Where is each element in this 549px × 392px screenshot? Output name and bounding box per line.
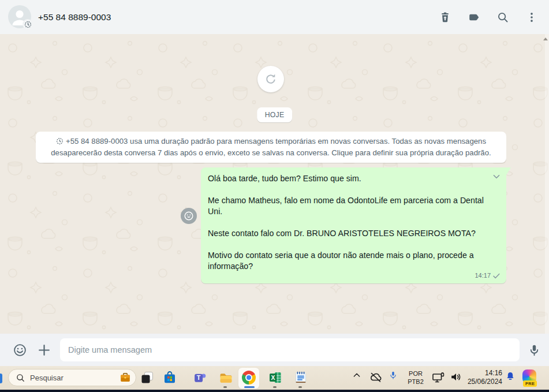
screen-bottom-edge: [0, 390, 549, 392]
message-meta: 14:17: [475, 270, 501, 281]
message-input[interactable]: [60, 338, 520, 361]
taskbar-app-excel[interactable]: X: [268, 370, 283, 385]
disappearing-messages-notice[interactable]: +55 84 8889-0003 usa uma duração padrão …: [36, 132, 506, 163]
display-connect-icon[interactable]: [431, 371, 446, 384]
search-icon: [16, 373, 25, 383]
svg-text:T: T: [196, 374, 200, 381]
copilot-preview-badge: PRE: [523, 380, 537, 387]
message-paragraph: Motivo do contato seria que a doutor não…: [208, 250, 499, 272]
taskbar-app-chrome[interactable]: [241, 370, 256, 385]
taskbar-app-task-view[interactable]: [140, 370, 155, 385]
sync-older-messages-button[interactable]: [257, 66, 284, 92]
mic-icon[interactable]: [526, 342, 541, 357]
task-view-icon: [140, 371, 154, 384]
sent-check-icon: [492, 273, 501, 279]
delete-icon[interactable]: [438, 10, 452, 24]
windows-taskbar: Pesquisar: [0, 366, 549, 390]
outgoing-message-bubble[interactable]: Olá boa tarde, tudo bem? Estimo que sim.…: [201, 167, 506, 283]
microsoft-store-icon: [163, 371, 177, 384]
taskbar-search[interactable]: Pesquisar: [8, 369, 136, 386]
active-indicator-chrome: [244, 386, 255, 388]
refresh-icon: [264, 72, 278, 86]
react-button[interactable]: [181, 208, 197, 224]
file-explorer-icon: [219, 371, 233, 385]
message-menu-chevron-icon[interactable]: [491, 171, 502, 185]
running-indicator-file-explorer: [223, 386, 227, 388]
disappearing-messages-timer-icon: [23, 19, 33, 29]
language-indicator[interactable]: POR PTB2: [403, 369, 428, 386]
taskbar-clock[interactable]: 14:16 25/06/2024: [461, 369, 502, 386]
taskbar-app-file-explorer[interactable]: [218, 370, 233, 385]
notepad-icon: [294, 371, 308, 384]
teams-icon: T: [193, 371, 207, 385]
onedrive-offline-icon[interactable]: [368, 371, 383, 384]
start-button-partial[interactable]: [0, 374, 2, 383]
language-line2: PTB2: [403, 378, 428, 386]
copilot-button[interactable]: PRE: [521, 369, 537, 386]
composer-bar: [0, 334, 549, 366]
notice-text: +55 84 8889-0003 usa uma duração padrão …: [51, 137, 491, 157]
svg-text:X: X: [271, 374, 275, 381]
timer-icon: [56, 137, 64, 148]
chat-header: +55 84 8889-0003: [0, 0, 549, 35]
chat-scrollbar[interactable]: [545, 34, 549, 334]
attach-plus-icon[interactable]: [36, 342, 51, 357]
label-icon[interactable]: [467, 10, 481, 24]
running-indicator-notepad: [298, 386, 302, 388]
emoji-icon[interactable]: [12, 342, 27, 357]
taskbar-app-teams[interactable]: T: [192, 370, 207, 385]
contact-avatar[interactable]: [8, 5, 31, 28]
message-paragraph: Neste contato falo com Dr. BRUNO ARISTOT…: [208, 228, 499, 239]
taskbar-app-notepad[interactable]: [293, 370, 308, 385]
smiley-icon: [184, 211, 194, 221]
date-badge: HOJE: [257, 107, 293, 122]
excel-icon: X: [268, 371, 282, 384]
message-paragraph: Me chamo Matheus, falo em nome da Odonto…: [208, 195, 499, 217]
tray-hidden-icons-chevron[interactable]: [351, 371, 363, 380]
scroll-up-arrow-icon[interactable]: [543, 38, 548, 40]
header-actions: [438, 0, 539, 34]
notifications-bell-icon[interactable]: [505, 371, 516, 382]
language-line1: POR: [403, 369, 428, 378]
whatsapp-window: +55 84 8889-0003: [0, 0, 549, 392]
taskbar-search-label: Pesquisar: [30, 374, 119, 382]
clock-date: 25/06/2024: [461, 378, 502, 386]
message-paragraph: Olá boa tarde, tudo bem? Estimo que sim.: [208, 173, 499, 184]
menu-kebab-icon[interactable]: [525, 10, 539, 24]
contact-title[interactable]: +55 84 8889-0003: [38, 0, 111, 34]
clock-time: 14:16: [461, 369, 502, 378]
mic-in-use-icon[interactable]: [388, 371, 398, 380]
chrome-icon: [242, 371, 256, 384]
chat-area: HOJE +55 84 8889-0003 usa uma duração pa…: [0, 34, 549, 334]
search-icon[interactable]: [496, 10, 510, 24]
message-time: 14:17: [475, 270, 491, 281]
briefcase-icon: [119, 371, 132, 384]
running-indicator-excel: [273, 386, 277, 388]
taskbar-app-microsoft-store[interactable]: [162, 370, 177, 385]
